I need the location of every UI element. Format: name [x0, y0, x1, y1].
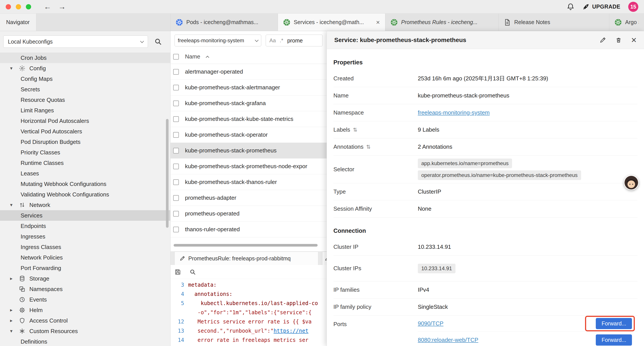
- editor-tab[interactable]: Argo S: [609, 13, 644, 31]
- sidebar-tree-item[interactable]: ▸ Helm: [0, 305, 170, 315]
- editor-search-icon[interactable]: [190, 269, 196, 275]
- namespace-link[interactable]: freeleaps-monitoring-system: [418, 109, 490, 116]
- sidebar-tree-item[interactable]: ▾ Network: [0, 200, 170, 210]
- sidebar-tree-item[interactable]: Port Forwarding: [0, 263, 170, 273]
- service-table-row[interactable]: kube-prometheus-stack-alertmanager: [170, 80, 326, 95]
- back-button[interactable]: ←: [40, 2, 55, 11]
- service-table-row[interactable]: kube-prometheus-stack-thanos-ruler: [170, 174, 326, 190]
- editor-line: 3 metadata:: [170, 280, 326, 290]
- forward-button[interactable]: →: [55, 2, 69, 11]
- sidebar-tree-item[interactable]: Network Policies: [0, 252, 170, 263]
- dock-tab-partial[interactable]: [322, 252, 326, 265]
- horizontal-scrollbar[interactable]: [174, 244, 324, 247]
- port-link[interactable]: 8080:reloader-web/TCP: [418, 337, 478, 343]
- namespace-filter-dropdown[interactable]: freeleaps-monitoring-system: [174, 34, 261, 46]
- sidebar-tree-item[interactable]: Services: [0, 210, 170, 221]
- sidebar-tree-item[interactable]: Namespaces: [0, 284, 170, 294]
- close-window-button[interactable]: [6, 4, 11, 9]
- editor-tab[interactable]: Release Notes: [498, 13, 609, 31]
- service-table-row[interactable]: kube-prometheus-stack-prometheus-node-ex…: [170, 159, 326, 174]
- service-table-row[interactable]: kube-prometheus-stack-grafana: [170, 95, 326, 111]
- sidebar-tree-item[interactable]: ▾ Config: [0, 63, 170, 74]
- select-all-checkbox[interactable]: [173, 54, 179, 59]
- close-panel-button[interactable]: ×: [631, 35, 636, 45]
- maximize-window-button[interactable]: [26, 4, 31, 9]
- delete-service-button[interactable]: [615, 37, 622, 43]
- row-checkbox[interactable]: [173, 116, 179, 122]
- service-table-row[interactable]: kube-prometheus-stack-prometheus: [170, 143, 326, 159]
- sidebar-tree-item[interactable]: Resource Quotas: [0, 95, 170, 105]
- regex-toggle[interactable]: .*: [280, 37, 283, 43]
- editor-content[interactable]: 3 metadata: 4 annotations: 5 kubectl.kub…: [170, 279, 326, 345]
- row-checkbox[interactable]: [173, 164, 179, 169]
- property-label: IP family policy: [334, 304, 371, 310]
- sidebar-tree-item[interactable]: ▸ Access Control: [0, 315, 170, 326]
- sidebar-tree-item[interactable]: Ingresses: [0, 231, 170, 242]
- row-checkbox[interactable]: [173, 132, 179, 138]
- dock-tab-prometheusrule[interactable]: PrometheusRule: freeleaps-prod-rabbitmq: [174, 252, 318, 265]
- scrollbar-thumb[interactable]: [174, 244, 318, 247]
- table-search-input[interactable]: Aa .* prome: [266, 34, 323, 46]
- edit-service-button[interactable]: [600, 37, 606, 43]
- assistant-avatar[interactable]: [624, 175, 639, 190]
- sidebar-tree-item[interactable]: Config Maps: [0, 74, 170, 84]
- row-checkbox[interactable]: [173, 179, 179, 185]
- sidebar-tree-item[interactable]: Limit Ranges: [0, 105, 170, 116]
- match-case-toggle[interactable]: Aa: [270, 37, 276, 43]
- sidebar-tree-item[interactable]: Priority Classes: [0, 147, 170, 158]
- sidebar-tree-item[interactable]: Cron Jobs: [0, 52, 170, 63]
- property-label-cell: Created: [334, 75, 418, 82]
- panel-header: Service: kube-prometheus-stack-prometheu…: [327, 31, 644, 49]
- row-checkbox[interactable]: [173, 100, 179, 106]
- row-checkbox[interactable]: [173, 227, 179, 232]
- tree-item-label: Ingress Classes: [20, 244, 61, 251]
- service-table-row[interactable]: prometheus-operated: [170, 206, 326, 222]
- sidebar-tree-item[interactable]: Pod Disruption Budgets: [0, 137, 170, 147]
- upgrade-button[interactable]: UPGRADE: [582, 3, 620, 10]
- row-checkbox[interactable]: [173, 211, 179, 217]
- service-table-row[interactable]: kube-prometheus-stack-operator: [170, 127, 326, 143]
- tree-item-label: Secrets: [20, 86, 40, 93]
- service-table-row[interactable]: thanos-ruler-operated: [170, 222, 326, 237]
- expander-icon[interactable]: ⇅: [353, 127, 357, 133]
- name-column-header[interactable]: Name: [185, 53, 200, 60]
- forward-button[interactable]: Forward...: [596, 335, 632, 346]
- notification-count-badge[interactable]: 15: [628, 2, 638, 12]
- row-checkbox[interactable]: [173, 148, 179, 153]
- sidebar-search-icon[interactable]: [154, 38, 162, 45]
- sidebar-tree-item[interactable]: Mutating Webhook Configurations: [0, 179, 170, 189]
- sidebar-tree-item[interactable]: ▾ Custom Resources: [0, 326, 170, 336]
- port-link[interactable]: 9090/TCP: [418, 320, 444, 327]
- save-icon[interactable]: [174, 269, 181, 275]
- tab-close-icon[interactable]: ×: [376, 19, 380, 26]
- sidebar-tree-item[interactable]: Runtime Classes: [0, 158, 170, 168]
- sidebar-tree-item[interactable]: Validating Webhook Configurations: [0, 189, 170, 200]
- forward-button[interactable]: Forward...: [596, 318, 632, 329]
- sidebar-tree-item[interactable]: Events: [0, 294, 170, 305]
- row-checkbox[interactable]: [173, 69, 179, 75]
- minimize-window-button[interactable]: [16, 4, 21, 9]
- expander-icon[interactable]: ⇅: [366, 144, 370, 150]
- editor-tab[interactable]: Prometheus Rules - icecheng...: [385, 13, 498, 31]
- sidebar-tree-item[interactable]: Leases: [0, 168, 170, 179]
- service-table-row[interactable]: prometheus-adapter: [170, 190, 326, 206]
- code-token: Metrics service error rate is {{ $va: [188, 319, 312, 325]
- sidebar-tree-item[interactable]: ▸ Storage: [0, 273, 170, 284]
- service-table-row[interactable]: alertmanager-operated: [170, 64, 326, 80]
- sidebar-tree-item[interactable]: Endpoints: [0, 221, 170, 231]
- notifications-bell-icon[interactable]: [566, 3, 574, 11]
- row-checkbox[interactable]: [173, 195, 179, 201]
- sidebar-tree-item[interactable]: Definitions: [0, 336, 170, 346]
- row-checkbox[interactable]: [173, 85, 179, 90]
- sidebar-tree-item[interactable]: Horizontal Pod Autoscalers: [0, 116, 170, 126]
- navigator-tab[interactable]: Navigator: [0, 13, 36, 31]
- service-table-row[interactable]: kube-prometheus-stack-kube-state-metrics: [170, 111, 326, 127]
- editor-tab[interactable]: Pods - icecheng@mathmas...: [170, 13, 278, 31]
- sidebar-scrollbar[interactable]: [166, 119, 168, 228]
- kubeconfig-selector[interactable]: Local Kubeconfigs: [3, 35, 148, 48]
- sidebar-tree-item[interactable]: Secrets: [0, 84, 170, 95]
- sidebar-tree-item[interactable]: Ingress Classes: [0, 242, 170, 252]
- sort-ascending-icon[interactable]: [206, 56, 209, 59]
- sidebar-tree-item[interactable]: Vertical Pod Autoscalers: [0, 126, 170, 137]
- editor-tab[interactable]: Services - icecheng@math... ×: [278, 13, 385, 31]
